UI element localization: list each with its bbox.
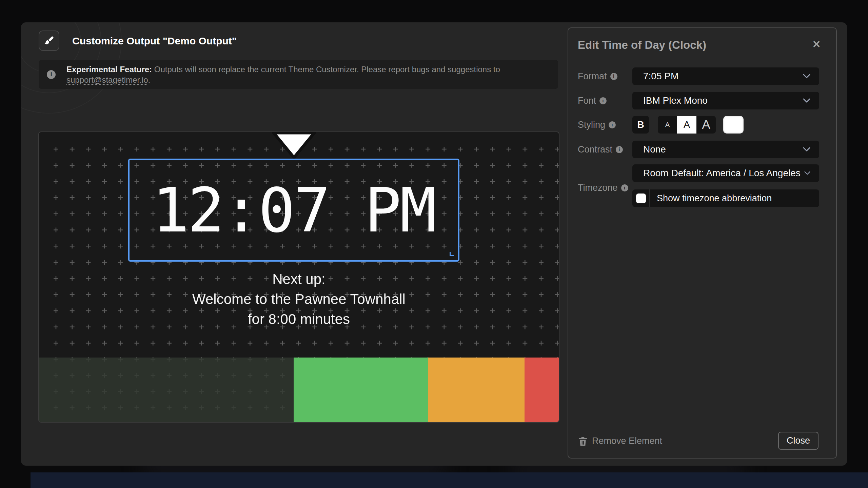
output-preview: 12:07 PM Next up: Welcome to the Pawnee … (38, 131, 559, 423)
next-up-text: Next up: Welcome to the Pawnee Townhall … (39, 269, 559, 329)
info-icon[interactable]: i (610, 73, 617, 80)
font-select[interactable]: IBM Plex Mono (632, 92, 819, 109)
font-label: Font i (578, 92, 607, 109)
size-large-button[interactable]: A (696, 116, 716, 134)
support-email-link[interactable]: support@stagetimer.io (66, 75, 148, 84)
info-icon[interactable]: i (621, 184, 628, 191)
progress-segment-elapsed (39, 358, 294, 422)
timezone-select[interactable]: Room Default: America / Los Angeles (632, 164, 819, 182)
chevron-down-icon (803, 98, 810, 103)
info-icon[interactable]: i (599, 97, 607, 104)
checkbox-cell (632, 189, 650, 207)
panel-title: Edit Time of Day (Clock) (578, 39, 706, 52)
chevron-down-icon (803, 74, 810, 79)
customize-output-dialog: Customize Output "Demo Output" i Experim… (21, 22, 847, 466)
styling-label-text: Styling (578, 120, 605, 130)
styling-label: Styling i (578, 116, 616, 134)
resize-handle[interactable] (450, 252, 454, 256)
progress-segment-orange (428, 358, 525, 422)
checkbox-label: Show timezone abbreviation (657, 193, 772, 204)
text-color-swatch[interactable] (723, 116, 744, 134)
size-small-button[interactable]: A (658, 116, 677, 134)
timezone-label-text: Timezone (578, 183, 618, 193)
progress-bar (39, 358, 559, 422)
chevron-down-icon (804, 171, 810, 175)
notice-text: Experimental Feature: Outputs will soon … (66, 64, 500, 85)
format-label: Format i (578, 67, 617, 85)
format-value: 7:05 PM (643, 71, 803, 82)
show-timezone-checkbox-row[interactable]: Show timezone abbreviation (632, 189, 819, 207)
edit-clock-panel: Edit Time of Day (Clock) ✕ Format i 7:05… (568, 27, 837, 459)
info-icon[interactable]: i (609, 121, 616, 128)
timezone-value: Room Default: America / Los Angeles (643, 168, 804, 179)
contrast-label-text: Contrast (578, 144, 612, 155)
remove-element-button[interactable]: Remove Element (578, 432, 662, 450)
size-medium-button[interactable]: A (677, 116, 696, 134)
timezone-abbreviation-checkbox[interactable] (636, 194, 646, 203)
format-label-text: Format (578, 71, 607, 82)
clock-display: 12:07 PM (152, 175, 435, 246)
notice-bold: Experimental Feature: (66, 65, 152, 74)
background-app-strip (31, 472, 868, 488)
progress-segment-red (525, 358, 559, 422)
font-size-segmented-control: A A A (658, 116, 716, 134)
font-label-text: Font (578, 96, 596, 106)
dialog-title: Customize Output "Demo Output" (72, 35, 237, 47)
experimental-notice: i Experimental Feature: Outputs will soo… (39, 60, 558, 89)
chevron-down-icon (803, 147, 810, 152)
contrast-label: Contrast i (578, 141, 623, 158)
format-select[interactable]: 7:05 PM (632, 67, 819, 85)
contrast-value: None (643, 144, 803, 155)
next-up-line: for 8:00 minutes (39, 309, 559, 329)
contrast-select[interactable]: None (632, 141, 819, 158)
info-icon: i (47, 70, 56, 79)
font-value: IBM Plex Mono (643, 95, 803, 106)
notice-body: Outputs will soon replace the current Th… (152, 65, 500, 74)
notice-suffix: . (148, 75, 150, 84)
info-icon[interactable]: i (616, 146, 623, 153)
clock-element-selection[interactable]: 12:07 PM (128, 159, 459, 262)
close-icon[interactable]: ✕ (809, 38, 824, 52)
progress-segment-green (294, 358, 428, 422)
trash-icon (578, 436, 587, 446)
next-up-line: Next up: (39, 269, 559, 289)
remove-element-label: Remove Element (592, 436, 662, 446)
timezone-label: Timezone i (578, 179, 628, 197)
paintbrush-icon (39, 30, 59, 51)
close-button[interactable]: Close (778, 432, 818, 450)
bold-toggle-button[interactable]: B (632, 116, 649, 134)
next-up-line: Welcome to the Pawnee Townhall (39, 289, 559, 309)
playhead-marker[interactable] (271, 131, 317, 160)
